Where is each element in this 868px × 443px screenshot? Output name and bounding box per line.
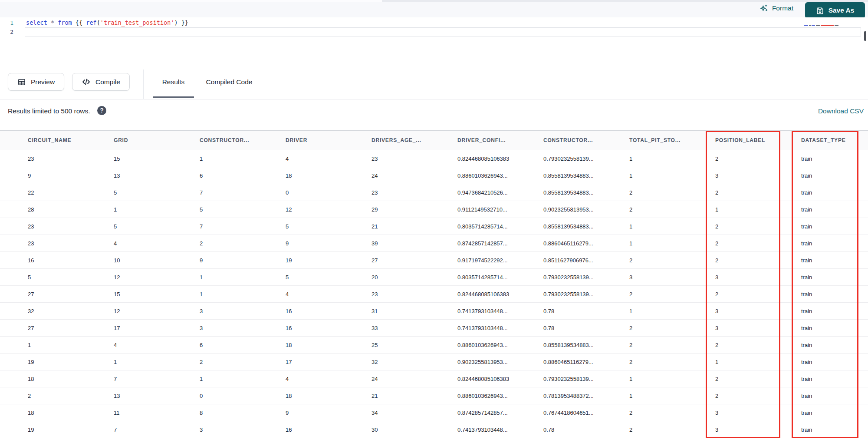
help-icon[interactable]: ? <box>97 106 106 115</box>
table-cell: train <box>794 269 868 285</box>
table-cell: 5 <box>21 269 107 285</box>
table-cell: 0.8860465116279... <box>536 354 622 370</box>
table-cell: 1 <box>193 286 279 302</box>
table-cell: 3 <box>193 421 279 438</box>
table-cell: 4 <box>279 370 365 387</box>
preview-button[interactable]: Preview <box>8 73 64 91</box>
table-cell: 2 <box>622 421 708 438</box>
results-info-bar: Results limited to 500 rows. ? Download … <box>0 99 868 130</box>
table-cell: 2 <box>622 320 708 336</box>
table-cell: 0 <box>193 387 279 404</box>
table-cell: 2 <box>708 370 794 387</box>
table-cell: train <box>794 184 868 201</box>
save-as-button-label: Save As <box>829 7 855 14</box>
table-cell: 30 <box>365 421 450 438</box>
table-cell: 4 <box>279 286 365 302</box>
table-cell: 0.7930232558139... <box>536 286 622 302</box>
code-token <box>72 19 76 26</box>
column-header: DRIVER <box>279 131 365 150</box>
editor-scrollbar-thumb[interactable] <box>864 31 866 41</box>
table-cell: 12 <box>107 303 193 319</box>
table-cell: 2 <box>193 354 279 370</box>
table-row: 23575210.8035714285714...0.8558139534883… <box>0 218 868 235</box>
table-cell: 3 <box>193 303 279 319</box>
table-cell: train <box>794 235 868 251</box>
editor-minimap[interactable] <box>804 24 838 26</box>
table-row: 197316300.7413793103448...0.7823train <box>0 421 868 438</box>
table-row: 191217320.9023255813953...0.886046511627… <box>0 354 868 370</box>
table-cell: 1 <box>622 303 708 319</box>
table-cell: 1 <box>622 370 708 387</box>
table-cell: 29 <box>365 201 450 218</box>
table-cell: 2 <box>708 337 794 353</box>
table-cell: 25 <box>365 337 450 353</box>
download-csv-link[interactable]: Download CSV <box>818 107 864 115</box>
table-body: 231514230.8244680851063830.7930232558139… <box>0 150 868 438</box>
table-cell: 3 <box>708 269 794 285</box>
table-cell: 20 <box>365 269 450 285</box>
column-header: CONSTRUCTOR... <box>536 131 622 150</box>
code-token: * <box>51 19 54 26</box>
table-row: 1610919270.9171974522292...0.85116279069… <box>0 252 868 269</box>
table-cell: train <box>794 167 868 184</box>
line-number-2: 2 <box>0 27 19 36</box>
table-cell: 18 <box>279 337 365 353</box>
table-cell: train <box>794 201 868 218</box>
compile-button[interactable]: Compile <box>72 73 130 91</box>
editor-header-bar: Format Save As <box>0 0 868 17</box>
table-cell: 23 <box>21 150 107 167</box>
table-cell: 0.8558139534883... <box>536 184 622 201</box>
table-cell: 0.7674418604651... <box>536 404 622 421</box>
table-cell: train <box>794 354 868 370</box>
table-cell: 10 <box>107 252 193 268</box>
table-cell: 16 <box>279 320 365 336</box>
table-cell: 1 <box>193 370 279 387</box>
table-cell: train <box>794 303 868 319</box>
table-cell: 1 <box>622 150 708 167</box>
toolbar-divider <box>143 69 144 99</box>
table-cell: 3 <box>708 303 794 319</box>
table-cell: 2 <box>622 201 708 218</box>
table-cell: 0.7930232558139... <box>536 370 622 387</box>
minimap-segment <box>816 25 820 26</box>
sql-code-editor[interactable]: 1 select * from {{ ref('train_test_posit… <box>0 17 868 73</box>
code-line-1: 1 select * from {{ ref('train_test_posit… <box>0 18 868 27</box>
table-cell: 23 <box>21 235 107 251</box>
table-cell: 0.7413793103448... <box>450 421 536 438</box>
table-cell: 16 <box>21 252 107 268</box>
table-cell: 1 <box>622 167 708 184</box>
format-button[interactable]: Format <box>760 4 793 13</box>
table-cell: 27 <box>21 320 107 336</box>
column-header: TOTAL_PIT_STO... <box>622 131 708 150</box>
table-grid-icon <box>17 78 26 86</box>
line-number-1: 1 <box>0 18 19 27</box>
table-cell: 0.9023255813953... <box>450 354 536 370</box>
table-cell: 1 <box>708 201 794 218</box>
table-row: 181189340.8742857142857...0.767441860465… <box>0 404 868 421</box>
table-cell: 1 <box>193 150 279 167</box>
table-cell: 3 <box>193 320 279 336</box>
table-cell: 1 <box>708 354 794 370</box>
table-cell: 2 <box>708 150 794 167</box>
table-cell: 0.8558139534883... <box>536 218 622 235</box>
tab-results[interactable]: Results <box>153 73 194 91</box>
table-cell: 13 <box>107 387 193 404</box>
save-as-button[interactable]: Save As <box>805 2 865 19</box>
table-row: 22570230.9473684210526...0.8558139534883… <box>0 184 868 201</box>
table-cell: 5 <box>107 184 193 201</box>
sparkles-icon <box>760 4 768 13</box>
table-cell: 0.9112149532710... <box>450 201 536 218</box>
table-cell: 0.9023255813953... <box>536 201 622 218</box>
minimap-segment <box>809 25 811 26</box>
table-cell: 2 <box>708 184 794 201</box>
tab-compiled-code[interactable]: Compiled Code <box>202 73 256 91</box>
table-cell: 2 <box>21 387 107 404</box>
table-cell: 27 <box>365 252 450 268</box>
table-cell: 18 <box>21 404 107 421</box>
table-cell: 18 <box>279 167 365 184</box>
table-cell: 31 <box>365 303 450 319</box>
table-cell: 2 <box>708 286 794 302</box>
table-cell: 2 <box>193 235 279 251</box>
table-cell: 1 <box>622 218 708 235</box>
save-icon <box>816 7 824 15</box>
